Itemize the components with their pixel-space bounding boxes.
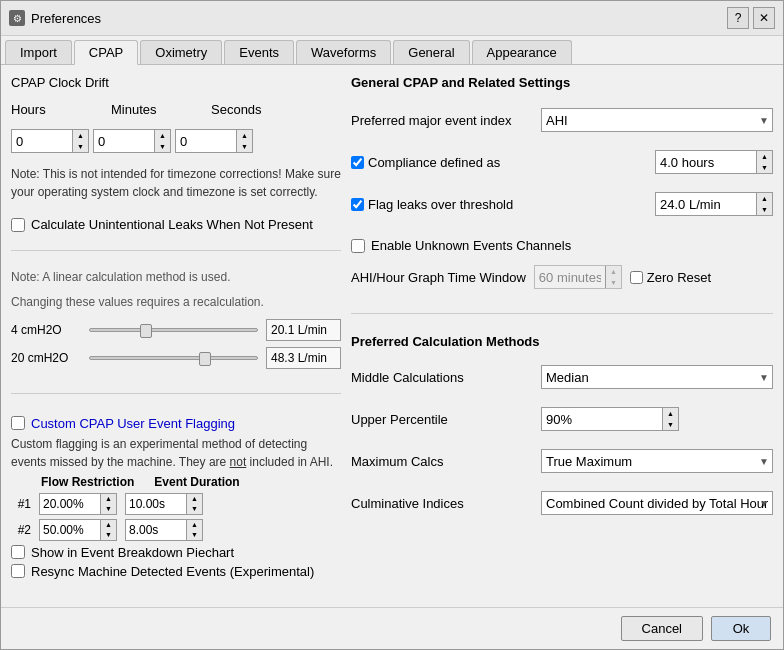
- compliance-down-btn[interactable]: ▼: [756, 162, 772, 173]
- hours-spinner-btns: ▲ ▼: [72, 130, 88, 152]
- zero-reset-row: Zero Reset: [630, 270, 711, 285]
- flow-row2-spinner2[interactable]: ▲ ▼: [125, 519, 203, 541]
- flag-leaks-checkbox-group: Flag leaks over threshold: [351, 197, 513, 212]
- flow-row2-val2[interactable]: [126, 520, 186, 540]
- compliance-spinner-btns: ▲ ▼: [756, 151, 772, 173]
- upper-pct-down-btn[interactable]: ▼: [662, 419, 678, 430]
- flow-row2-down1[interactable]: ▼: [100, 530, 116, 540]
- compliance-input[interactable]: [656, 151, 756, 173]
- hours-up-btn[interactable]: ▲: [72, 130, 88, 141]
- culm-indices-dropdown[interactable]: Combined Count divided by Total Hours Ot…: [541, 491, 773, 515]
- compliance-spinner[interactable]: ▲ ▼: [655, 150, 773, 174]
- flow-row1-up2[interactable]: ▲: [186, 494, 202, 504]
- slider1-track[interactable]: [89, 328, 258, 332]
- compliance-up-btn[interactable]: ▲: [756, 151, 772, 162]
- slider-section: Note: A linear calculation method is use…: [11, 265, 341, 379]
- show-piechart-checkbox[interactable]: [11, 545, 25, 559]
- minutes-down-btn[interactable]: ▼: [154, 141, 170, 152]
- seconds-spinner[interactable]: ▲ ▼: [175, 129, 253, 153]
- seconds-up-btn[interactable]: ▲: [236, 130, 252, 141]
- slider2-track[interactable]: [89, 356, 258, 360]
- flag-leaks-label: Flag leaks over threshold: [368, 197, 513, 212]
- culm-indices-dropdown-wrapper: Combined Count divided by Total Hours Ot…: [541, 491, 773, 515]
- cancel-button[interactable]: Cancel: [621, 616, 703, 641]
- slider1-value-input[interactable]: [266, 319, 341, 341]
- culm-indices-row: Culminative Indices Combined Count divid…: [351, 491, 773, 515]
- flow-row2-up2[interactable]: ▲: [186, 520, 202, 530]
- flow-row1: #1 ▲ ▼ ▲ ▼: [11, 493, 341, 515]
- tab-appearance[interactable]: Appearance: [472, 40, 572, 64]
- zero-reset-label: Zero Reset: [647, 270, 711, 285]
- window-title: Preferences: [31, 11, 101, 26]
- max-calcs-dropdown[interactable]: True Maximum 95th Percentile 99th Percen…: [541, 449, 773, 473]
- compliance-row: Compliance defined as ▲ ▼: [351, 150, 773, 174]
- flow-row1-spinner1[interactable]: ▲ ▼: [39, 493, 117, 515]
- flag-leaks-down-btn[interactable]: ▼: [756, 204, 772, 215]
- minutes-input[interactable]: [94, 130, 154, 152]
- divider2: [11, 393, 341, 394]
- flag-leaks-row: Flag leaks over threshold ▲ ▼: [351, 192, 773, 216]
- flow-row1-btns1: ▲ ▼: [100, 494, 116, 514]
- flag-leaks-spinner[interactable]: ▲ ▼: [655, 192, 773, 216]
- flow-row1-up1[interactable]: ▲: [100, 494, 116, 504]
- unknown-events-row: Enable Unknown Events Channels: [351, 238, 773, 253]
- flow-row1-val2[interactable]: [126, 494, 186, 514]
- tab-oximetry[interactable]: Oximetry: [140, 40, 222, 64]
- custom-flagging-not: not: [230, 455, 247, 469]
- resync-row: Resync Machine Detected Events (Experime…: [11, 564, 341, 579]
- upper-pct-up-btn[interactable]: ▲: [662, 408, 678, 419]
- tab-waveforms[interactable]: Waveforms: [296, 40, 391, 64]
- middle-calc-dropdown[interactable]: Median Mean Mode: [541, 365, 773, 389]
- ahi-down-btn: ▼: [605, 277, 621, 288]
- middle-calc-dropdown-wrapper: Median Mean Mode ▼: [541, 365, 773, 389]
- hours-down-btn[interactable]: ▼: [72, 141, 88, 152]
- title-bar-left: ⚙ Preferences: [9, 10, 101, 26]
- tab-cpap[interactable]: CPAP: [74, 40, 138, 65]
- tab-general[interactable]: General: [393, 40, 469, 64]
- flag-leaks-up-btn[interactable]: ▲: [756, 193, 772, 204]
- flow-row2: #2 ▲ ▼ ▲ ▼: [11, 519, 341, 541]
- ok-button[interactable]: Ok: [711, 616, 771, 641]
- ahi-label: AHI/Hour Graph Time Window: [351, 270, 526, 285]
- upper-pct-label: Upper Percentile: [351, 412, 531, 427]
- minutes-spinner[interactable]: ▲ ▼: [93, 129, 171, 153]
- flag-leaks-input[interactable]: [656, 193, 756, 215]
- help-button[interactable]: ?: [727, 7, 749, 29]
- seconds-input[interactable]: [176, 130, 236, 152]
- title-bar-controls: ? ✕: [727, 7, 775, 29]
- custom-flagging-checkbox-row: Custom CPAP User Event Flagging: [11, 416, 341, 431]
- resync-checkbox[interactable]: [11, 564, 25, 578]
- preferred-event-dropdown[interactable]: AHI RDI RERA: [541, 108, 773, 132]
- col-seconds-label: Seconds: [211, 102, 311, 117]
- seconds-down-btn[interactable]: ▼: [236, 141, 252, 152]
- flow-row1-spinner2[interactable]: ▲ ▼: [125, 493, 203, 515]
- slider1-row: 4 cmH2O: [11, 319, 341, 341]
- flow-row1-down1[interactable]: ▼: [100, 504, 116, 514]
- right-section-title: General CPAP and Related Settings: [351, 75, 773, 92]
- slider1-thumb[interactable]: [140, 324, 152, 338]
- flow-row1-val1[interactable]: [40, 494, 100, 514]
- flow-row2-spinner1[interactable]: ▲ ▼: [39, 519, 117, 541]
- slider2-thumb[interactable]: [199, 352, 211, 366]
- flow-row2-val1[interactable]: [40, 520, 100, 540]
- calc-leaks-checkbox[interactable]: [11, 218, 25, 232]
- upper-pct-input[interactable]: [542, 408, 662, 430]
- zero-reset-checkbox[interactable]: [630, 271, 643, 284]
- slider2-value-input[interactable]: [266, 347, 341, 369]
- flow-row1-down2[interactable]: ▼: [186, 504, 202, 514]
- compliance-checkbox[interactable]: [351, 156, 364, 169]
- tab-import[interactable]: Import: [5, 40, 72, 64]
- flag-leaks-checkbox[interactable]: [351, 198, 364, 211]
- close-button[interactable]: ✕: [753, 7, 775, 29]
- minutes-up-btn[interactable]: ▲: [154, 130, 170, 141]
- upper-pct-spinner[interactable]: ▲ ▼: [541, 407, 679, 431]
- hours-spinner[interactable]: ▲ ▼: [11, 129, 89, 153]
- custom-flagging-checkbox[interactable]: [11, 416, 25, 430]
- tabs-bar: Import CPAP Oximetry Events Waveforms Ge…: [1, 36, 783, 65]
- hours-input[interactable]: [12, 130, 72, 152]
- unknown-events-checkbox[interactable]: [351, 239, 365, 253]
- slider2-value-wrapper: [266, 347, 341, 369]
- flow-row2-up1[interactable]: ▲: [100, 520, 116, 530]
- tab-events[interactable]: Events: [224, 40, 294, 64]
- flow-row2-down2[interactable]: ▼: [186, 530, 202, 540]
